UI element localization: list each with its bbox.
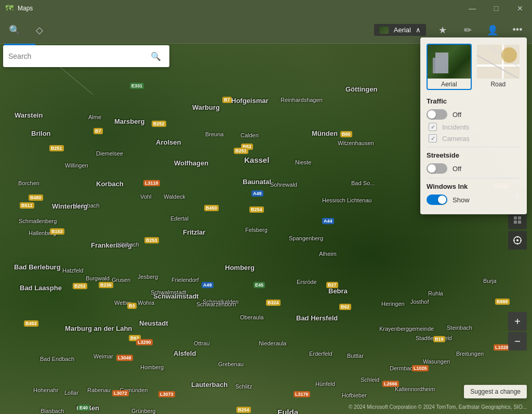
- account-icon[interactable]: 👤: [484, 22, 501, 38]
- directions-icon[interactable]: ◇: [31, 22, 48, 38]
- divider-1: [427, 147, 521, 147]
- streetside-knob: [428, 164, 436, 173]
- cameras-label: Cameras: [442, 135, 470, 143]
- svg-rect-16: [514, 221, 517, 224]
- streetside-toggle-row: Off: [427, 163, 521, 174]
- incidents-checkbox: ✓: [429, 123, 437, 131]
- windows-ink-title: Windows Ink: [427, 183, 521, 190]
- traffic-toggle-label: Off: [453, 111, 461, 119]
- map-type-selector: Aerial Road: [427, 44, 521, 90]
- cameras-checkbox-row: ✓ Cameras: [427, 134, 521, 143]
- location-button[interactable]: [508, 231, 527, 250]
- traffic-toggle-row: Off: [427, 109, 521, 120]
- close-button[interactable]: ✕: [508, 0, 532, 17]
- traffic-title: Traffic: [427, 97, 521, 105]
- road-thumbnail: [477, 45, 520, 79]
- search-input[interactable]: [8, 52, 148, 60]
- aerial-thumbnail-icon: [379, 27, 389, 34]
- search-box: 🔍: [3, 45, 169, 67]
- map-panel: Aerial Road Traffic Off ✓ Inci: [420, 37, 527, 214]
- maximize-button[interactable]: □: [484, 0, 508, 17]
- svg-point-19: [516, 239, 518, 241]
- suggest-change-button[interactable]: Suggest a change: [464, 385, 527, 398]
- maps-icon: 🗺: [5, 4, 14, 13]
- chevron-icon: ∧: [416, 26, 421, 34]
- divider-2: [427, 178, 521, 178]
- incidents-checkbox-row: ✓ Incidents: [427, 123, 521, 131]
- road-label: Road: [477, 79, 520, 89]
- app-title: Maps: [18, 5, 33, 12]
- road-map-type-button[interactable]: Road: [476, 44, 521, 90]
- aerial-label: Aerial: [428, 79, 471, 89]
- zoom-out-button[interactable]: −: [508, 332, 527, 351]
- aerial-thumbnail: [428, 45, 471, 79]
- titlebar-left: 🗺 Maps: [0, 4, 33, 13]
- zoom-controls: + −: [508, 312, 527, 352]
- streetside-toggle[interactable]: [427, 163, 447, 174]
- checkbox-check-icon2: ✓: [431, 135, 435, 142]
- zoom-in-button[interactable]: +: [508, 312, 527, 331]
- search-area: 🔍: [3, 44, 169, 67]
- windows-ink-knob: [438, 196, 446, 204]
- windows-ink-toggle[interactable]: [427, 195, 447, 205]
- titlebar: 🗺 Maps — □ ✕: [0, 0, 532, 17]
- streetside-title: Streetside: [427, 151, 521, 159]
- checkbox-check-icon: ✓: [431, 124, 435, 131]
- aerial-map-type-button[interactable]: Aerial: [427, 44, 472, 90]
- favorites-icon[interactable]: ★: [434, 22, 451, 38]
- svg-rect-15: [518, 216, 521, 219]
- ink-icon[interactable]: ✏: [459, 22, 476, 38]
- minimize-button[interactable]: —: [460, 0, 484, 17]
- svg-rect-17: [518, 221, 521, 224]
- more-icon[interactable]: •••: [509, 22, 526, 38]
- search-icon[interactable]: 🔍: [6, 22, 23, 38]
- streetside-toggle-label: Off: [453, 165, 461, 173]
- aerial-view-button[interactable]: Aerial ∧: [374, 24, 426, 36]
- copyright-text: © 2024 Microsoft Corporation © 2024 TomT…: [349, 404, 527, 410]
- traffic-toggle[interactable]: [427, 109, 447, 120]
- windows-ink-toggle-row: Show: [427, 195, 521, 205]
- titlebar-controls: — □ ✕: [460, 0, 532, 17]
- svg-rect-14: [514, 216, 517, 219]
- traffic-knob: [428, 110, 436, 119]
- windows-ink-toggle-label: Show: [453, 196, 470, 204]
- search-button[interactable]: 🔍: [148, 48, 164, 64]
- incidents-label: Incidents: [442, 123, 469, 131]
- cameras-checkbox: ✓: [429, 134, 437, 143]
